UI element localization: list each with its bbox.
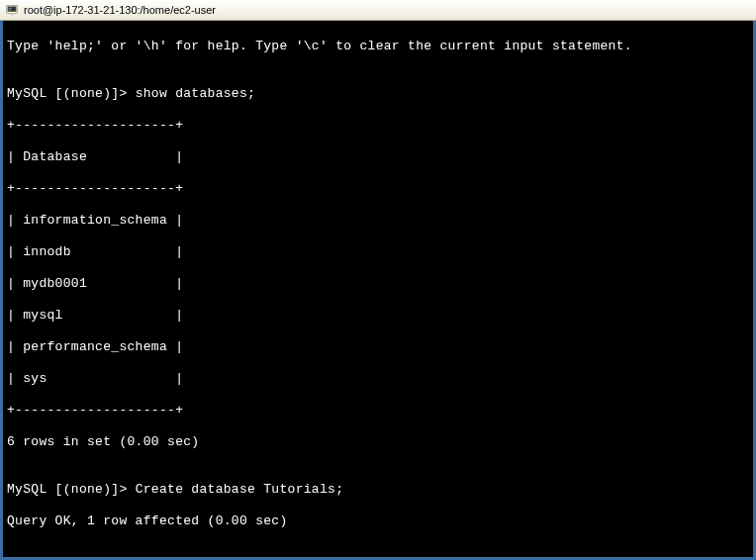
putty-icon — [4, 2, 20, 18]
svg-rect-1 — [8, 7, 17, 12]
table-row: | innodb | — [7, 244, 749, 260]
table-header: | Database | — [7, 149, 749, 165]
window-titlebar[interactable]: root@ip-172-31-21-130:/home/ec2-user — [0, 0, 756, 21]
command-line: MySQL [(none)]> Create database Tutorial… — [7, 482, 749, 498]
result-text: 6 rows in set (0.00 sec) — [7, 434, 749, 450]
table-row: | mydb0001 | — [7, 276, 749, 292]
result-text: Query OK, 1 row affected (0.00 sec) — [7, 513, 749, 529]
window-title: root@ip-172-31-21-130:/home/ec2-user — [24, 4, 216, 16]
table-separator: +--------------------+ — [7, 403, 749, 419]
command-line: MySQL [(none)]> show databases; — [7, 86, 749, 102]
help-text: Type 'help;' or '\h' for help. Type '\c'… — [7, 39, 749, 54]
table-row: | sys | — [7, 371, 749, 387]
command-text: Create database Tutorials; — [128, 482, 344, 497]
table-separator: +--------------------+ — [7, 118, 749, 134]
svg-rect-2 — [10, 14, 14, 16]
table-separator: +--------------------+ — [7, 181, 749, 197]
table-row: | mysql | — [7, 308, 749, 324]
prompt: MySQL [(none)]> — [7, 86, 128, 101]
table-row: | information_schema | — [7, 213, 749, 229]
terminal-output[interactable]: Type 'help;' or '\h' for help. Type '\c'… — [0, 21, 756, 560]
prompt: MySQL [(none)]> — [7, 482, 128, 497]
command-text: show databases; — [128, 86, 256, 101]
table-row: | performance_schema | — [7, 339, 749, 355]
